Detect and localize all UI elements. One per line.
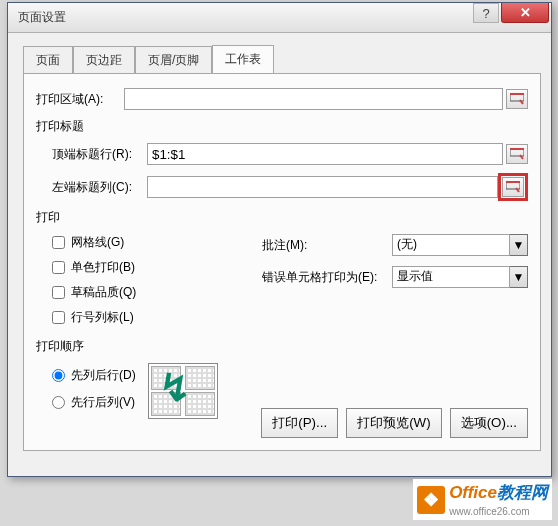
- watermark-brand: Office: [449, 483, 497, 502]
- watermark: ❖ Office教程网 www.office26.com: [413, 479, 552, 520]
- dropdown-arrow-icon[interactable]: ▼: [510, 266, 528, 288]
- draft-label: 草稿品质(Q): [71, 284, 136, 301]
- errors-value: 显示值: [392, 266, 510, 288]
- bw-label: 单色打印(B): [71, 259, 135, 276]
- comments-combobox[interactable]: (无) ▼: [392, 234, 528, 256]
- comments-value: (无): [392, 234, 510, 256]
- rowcol-checkbox[interactable]: [52, 311, 65, 324]
- print-area-label: 打印区域(A):: [36, 91, 124, 108]
- page-setup-dialog: 页面设置 ? ✕ 页面 页边距 页眉/页脚 工作表 打印区域(A): 打印标题 …: [7, 2, 552, 477]
- tab-page[interactable]: 页面: [23, 46, 73, 74]
- help-button[interactable]: ?: [473, 3, 499, 23]
- down-then-over-radio-row[interactable]: 先列后行(D): [52, 367, 136, 384]
- draft-checkbox-row[interactable]: 草稿品质(Q): [52, 284, 262, 301]
- print-titles-section-label: 打印标题: [36, 118, 528, 135]
- print-section-label: 打印: [36, 209, 528, 226]
- gridlines-checkbox-row[interactable]: 网格线(G): [52, 234, 262, 251]
- highlight-frame: [498, 173, 528, 201]
- tabs: 页面 页边距 页眉/页脚 工作表: [23, 45, 541, 73]
- bw-checkbox[interactable]: [52, 261, 65, 274]
- draft-checkbox[interactable]: [52, 286, 65, 299]
- collapse-dialog-icon: [510, 93, 524, 105]
- svg-rect-3: [510, 148, 524, 150]
- print-area-input[interactable]: [124, 88, 503, 110]
- dropdown-arrow-icon[interactable]: ▼: [510, 234, 528, 256]
- down-then-over-label: 先列后行(D): [71, 367, 136, 384]
- tab-headerfooter[interactable]: 页眉/页脚: [135, 46, 212, 74]
- rows-repeat-label: 顶端标题行(R):: [52, 146, 147, 163]
- range-select-button-rows[interactable]: [506, 144, 528, 164]
- over-then-down-radio[interactable]: [52, 396, 65, 409]
- rowcol-label: 行号列标(L): [71, 309, 134, 326]
- errors-combobox[interactable]: 显示值 ▼: [392, 266, 528, 288]
- tab-sheet[interactable]: 工作表: [212, 45, 274, 73]
- rowcol-checkbox-row[interactable]: 行号列标(L): [52, 309, 262, 326]
- titlebar[interactable]: 页面设置 ? ✕: [8, 3, 551, 33]
- tab-margins[interactable]: 页边距: [73, 46, 135, 74]
- bw-checkbox-row[interactable]: 单色打印(B): [52, 259, 262, 276]
- collapse-dialog-icon: [510, 148, 524, 160]
- errors-label: 错误单元格打印为(E):: [262, 269, 392, 286]
- close-button[interactable]: ✕: [501, 3, 549, 23]
- over-then-down-radio-row[interactable]: 先行后列(V): [52, 394, 136, 411]
- cols-repeat-label: 左端标题列(C):: [52, 179, 147, 196]
- comments-label: 批注(M):: [262, 237, 392, 254]
- over-then-down-label: 先行后列(V): [71, 394, 135, 411]
- title-controls: ? ✕: [473, 3, 551, 23]
- watermark-brand-cn: 教程网: [497, 483, 548, 502]
- watermark-logo-icon: ❖: [417, 486, 445, 514]
- footer-buttons: 打印(P)... 打印预览(W) 选项(O)...: [261, 408, 528, 438]
- rows-repeat-input[interactable]: [147, 143, 503, 165]
- print-button[interactable]: 打印(P)...: [261, 408, 338, 438]
- tab-panel-sheet: 打印区域(A): 打印标题 顶端标题行(R): 左端标题列(C):: [23, 73, 541, 451]
- gridlines-checkbox[interactable]: [52, 236, 65, 249]
- cols-repeat-input[interactable]: [147, 176, 498, 198]
- range-select-button-area[interactable]: [506, 89, 528, 109]
- down-then-over-radio[interactable]: [52, 369, 65, 382]
- options-button[interactable]: 选项(O)...: [450, 408, 528, 438]
- svg-rect-1: [510, 93, 524, 95]
- svg-rect-5: [506, 181, 520, 183]
- watermark-url: www.office26.com: [449, 506, 529, 517]
- collapse-dialog-icon: [506, 181, 520, 193]
- page-order-diagram: ↯: [148, 363, 218, 419]
- range-select-button-cols[interactable]: [502, 177, 524, 197]
- window-title: 页面设置: [18, 9, 66, 26]
- page-order-section-label: 打印顺序: [36, 338, 528, 355]
- gridlines-label: 网格线(G): [71, 234, 124, 251]
- preview-button[interactable]: 打印预览(W): [346, 408, 441, 438]
